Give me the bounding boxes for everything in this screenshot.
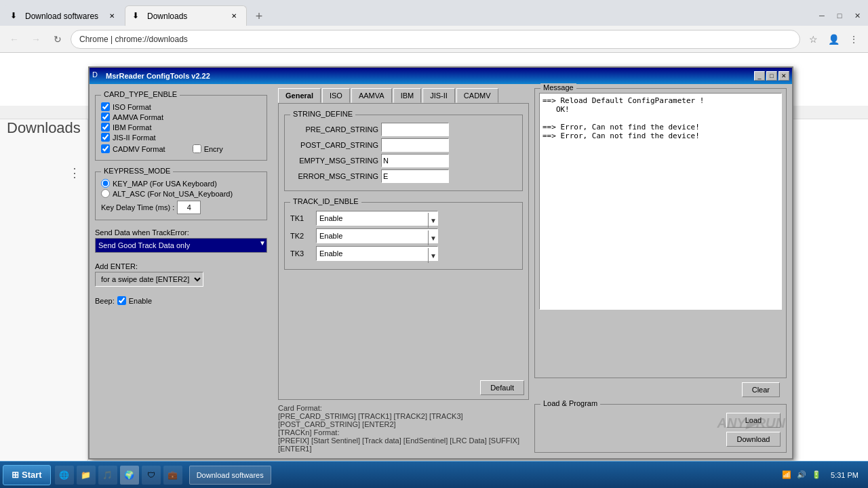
chrome-window: ⬇ Download softwares ✕ ⬇ Downloads ✕ + ─… bbox=[0, 0, 868, 461]
app-body: CARD_TYPE_ENBLE ISO Format AAMVA Format … bbox=[90, 84, 792, 458]
altasc-radio[interactable] bbox=[101, 189, 110, 198]
taskbar-chrome-icon[interactable]: 🌍 bbox=[120, 466, 139, 485]
tk3-row: TK3 Enable Disable bbox=[290, 246, 517, 261]
right-panel: General ISO AAMVA IBM JIS-II CADMV STRIN… bbox=[273, 84, 534, 458]
card-format-line3: [TRACKn] Format: bbox=[278, 428, 529, 436]
card-format-line1: Card Format: bbox=[278, 404, 529, 412]
bookmark-button[interactable]: ☆ bbox=[804, 30, 822, 48]
back-button[interactable]: ← bbox=[5, 30, 23, 48]
chrome-titlebar: ⬇ Download softwares ✕ ⬇ Downloads ✕ + ─… bbox=[0, 0, 868, 26]
empty-msg-row: EMPTY_MSG_STRING bbox=[290, 154, 517, 167]
sidebar-menu-button[interactable]: ⋮ bbox=[68, 165, 81, 180]
tray-volume-icon[interactable]: 🔊 bbox=[795, 469, 808, 481]
tab2-close[interactable]: ✕ bbox=[229, 11, 239, 22]
altasc-label: ALT_ASC (For Not_USA_Keyboard) bbox=[113, 190, 233, 198]
load-program-label: Load & Program bbox=[540, 399, 600, 407]
delay-label: Key Delay Time (ms) : bbox=[101, 203, 174, 211]
card-format-line4: [PREFIX] [Start Sentinel] [Track data] [… bbox=[278, 436, 529, 453]
taskbar-teams-icon[interactable]: 💼 bbox=[163, 466, 182, 485]
tk1-select[interactable]: Enable Disable bbox=[316, 211, 438, 226]
iso-checkbox-row: ISO Format bbox=[101, 102, 261, 111]
start-button[interactable]: ⊞ Start bbox=[3, 465, 51, 485]
new-tab-button[interactable]: + bbox=[250, 7, 269, 26]
forward-button[interactable]: → bbox=[27, 30, 45, 48]
taskbar-quick-icons: 🌐 📁 🎵 🌍 🛡 💼 bbox=[55, 466, 182, 485]
taskbar-media-icon[interactable]: 🎵 bbox=[98, 466, 117, 485]
profile-button[interactable]: 👤 bbox=[825, 30, 842, 48]
app-maximize[interactable]: □ bbox=[766, 71, 777, 81]
aamva-checkbox[interactable] bbox=[101, 113, 110, 121]
tk2-select-wrapper: Enable Disable bbox=[316, 228, 438, 243]
tk2-row: TK2 Enable Disable bbox=[290, 228, 517, 243]
tab-aamva[interactable]: AAMVA bbox=[351, 88, 392, 103]
empty-msg-input[interactable] bbox=[381, 154, 449, 167]
post-card-row: POST_CARD_STRING bbox=[290, 138, 517, 152]
tab-downloads[interactable]: ⬇ Downloads ✕ bbox=[125, 5, 247, 26]
keypress-mode-label: KEYPRESS_MODE bbox=[101, 167, 173, 175]
beep-enable-label: Enable bbox=[129, 297, 152, 305]
beep-checkbox[interactable] bbox=[117, 296, 126, 305]
browser-maximize[interactable]: □ bbox=[831, 8, 848, 23]
add-enter-label: Add ENTER: bbox=[95, 262, 267, 270]
tab-cadmv[interactable]: CADMV bbox=[456, 88, 498, 103]
start-icon: ⊞ bbox=[12, 470, 19, 480]
tab1-close[interactable]: ✕ bbox=[106, 11, 117, 22]
omnibox-text: Chrome | chrome://downloads bbox=[79, 35, 188, 44]
pre-card-row: PRE_CARD_STRING bbox=[290, 123, 517, 136]
delay-row: Key Delay Time (ms) : bbox=[101, 201, 261, 214]
error-msg-input[interactable] bbox=[381, 169, 449, 183]
clear-button[interactable]: Clear bbox=[742, 382, 780, 397]
app-titlebar: D MsrReader ConfigTools v2.22 _ □ ✕ bbox=[90, 68, 792, 84]
ibm-checkbox-row: IBM Format bbox=[101, 123, 261, 131]
tray-battery-icon[interactable]: 🔋 bbox=[810, 469, 823, 481]
send-data-select[interactable]: Send Good Track Data only Send All Track… bbox=[95, 238, 267, 253]
tk2-label: TK2 bbox=[290, 232, 311, 240]
taskbar-folder-icon[interactable]: 📁 bbox=[77, 466, 96, 485]
tab-download-softwares[interactable]: ⬇ Download softwares ✕ bbox=[3, 5, 125, 26]
taskbar-security-icon[interactable]: 🛡 bbox=[142, 466, 161, 485]
taskbar-ie-icon[interactable]: 🌐 bbox=[55, 466, 74, 485]
altasc-radio-row: ALT_ASC (For Not_USA_Keyboard) bbox=[101, 189, 261, 198]
jis2-checkbox-row: JIS-II Format bbox=[101, 133, 261, 142]
browser-close[interactable]: ✕ bbox=[849, 8, 865, 23]
tk3-select[interactable]: Enable Disable bbox=[316, 246, 438, 261]
string-define-label: STRING_DEFINE bbox=[290, 110, 355, 118]
tray-icons: 📶 🔊 🔋 bbox=[781, 469, 823, 481]
app-minimize[interactable]: _ bbox=[754, 71, 765, 81]
tab-jis2[interactable]: JIS-II bbox=[422, 88, 455, 103]
app-window-controls: _ □ ✕ bbox=[754, 71, 789, 81]
post-card-label: POST_CARD_STRING bbox=[290, 141, 378, 149]
tab-general[interactable]: General bbox=[278, 88, 321, 103]
app-close[interactable]: ✕ bbox=[778, 71, 789, 81]
tk2-select[interactable]: Enable Disable bbox=[316, 228, 438, 243]
tab-iso[interactable]: ISO bbox=[322, 88, 350, 103]
beep-label: Beep: bbox=[95, 297, 115, 305]
card-type-label: CARD_TYPE_ENBLE bbox=[101, 90, 180, 98]
download-button[interactable]: Download bbox=[726, 432, 781, 447]
chrome-actions: ☆ 👤 ⋮ bbox=[804, 30, 863, 48]
encry-checkbox[interactable] bbox=[193, 144, 201, 153]
cadmv-checkbox[interactable] bbox=[101, 144, 110, 153]
message-textarea[interactable]: ==> Reload Default ConfigParameter ! OK!… bbox=[539, 93, 782, 310]
delay-input[interactable] bbox=[177, 201, 201, 214]
taskbar-apps: Download softwares bbox=[189, 466, 781, 485]
jis2-checkbox[interactable] bbox=[101, 133, 110, 142]
card-type-group: CARD_TYPE_ENBLE ISO Format AAMVA Format … bbox=[95, 95, 267, 161]
keymap-radio[interactable] bbox=[101, 179, 110, 188]
browser-minimize[interactable]: ─ bbox=[814, 8, 830, 23]
error-msg-row: ERROR_MSG_STRING bbox=[290, 169, 517, 183]
default-button[interactable]: Default bbox=[480, 380, 524, 395]
omnibox[interactable]: Chrome | chrome://downloads bbox=[71, 30, 800, 49]
ibm-checkbox[interactable] bbox=[101, 123, 110, 131]
add-enter-select[interactable]: for a swipe date [ENTER2] Always [ENTER1… bbox=[95, 272, 203, 287]
pre-card-input[interactable] bbox=[381, 123, 449, 136]
menu-button[interactable]: ⋮ bbox=[845, 30, 863, 48]
iso-checkbox[interactable] bbox=[101, 102, 110, 111]
refresh-button[interactable]: ↻ bbox=[49, 30, 66, 48]
post-card-input[interactable] bbox=[381, 138, 449, 152]
taskbar-app-download[interactable]: Download softwares bbox=[189, 466, 271, 485]
tab-ibm[interactable]: IBM bbox=[393, 88, 422, 103]
taskbar-app-label: Download softwares bbox=[197, 471, 264, 479]
card-format-section: Card Format: [PRE_CARD_STRIMG] [TRACK1] … bbox=[278, 404, 529, 453]
tray-network-icon[interactable]: 📶 bbox=[781, 469, 793, 481]
